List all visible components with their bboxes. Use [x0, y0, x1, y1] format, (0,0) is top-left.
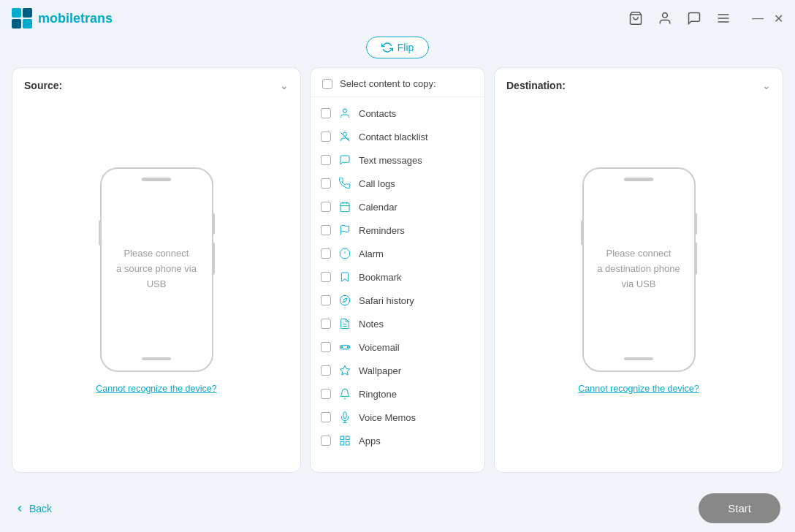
call-logs-label: Call logs — [359, 178, 474, 189]
dest-phone-side-btn2 — [694, 242, 697, 275]
destination-panel-header: Destination: ⌄ — [506, 80, 771, 91]
list-item-reminders[interactable]: Reminders — [311, 218, 484, 242]
source-phone-text: Please connect a source phone via USB — [107, 238, 205, 300]
ringtone-icon — [338, 387, 351, 400]
destination-phone-container: Please connect a destination phone via U… — [506, 100, 771, 460]
svg-rect-33 — [341, 436, 344, 440]
titlebar-controls: — ✕ — [628, 11, 783, 26]
svg-point-28 — [347, 346, 349, 349]
checkbox-bookmark[interactable] — [321, 272, 331, 282]
notes-icon — [338, 317, 351, 330]
checkbox-alarm[interactable] — [321, 248, 331, 259]
list-item-ringtone[interactable]: Ringtone — [311, 382, 484, 406]
voice-memos-label: Voice Memos — [359, 412, 474, 423]
source-phone-frame: Please connect a source phone via USB — [100, 167, 213, 372]
back-button[interactable]: Back — [15, 503, 52, 514]
app-name-part1: mobile — [38, 11, 80, 26]
bottom-bar: Back Start — [0, 484, 795, 532]
destination-panel: Destination: ⌄ Please connect a destinat… — [494, 67, 783, 473]
list-item-calendar[interactable]: Calendar — [311, 195, 484, 218]
calendar-icon — [338, 200, 351, 213]
list-item-text-messages[interactable]: Text messages — [311, 148, 484, 172]
source-phone-container: Please connect a source phone via USB Ca… — [24, 100, 289, 460]
app-name: mobiletrans — [38, 11, 113, 26]
svg-line-11 — [341, 133, 349, 141]
reminders-label: Reminders — [359, 225, 474, 236]
flip-label: Flip — [398, 42, 414, 53]
app-logo-icon — [12, 8, 32, 28]
alarm-icon — [338, 247, 351, 260]
call-logs-icon — [338, 177, 351, 190]
close-button[interactable]: ✕ — [773, 13, 783, 23]
svg-rect-36 — [341, 441, 344, 445]
minimize-button[interactable]: — — [753, 13, 763, 23]
checkbox-contacts[interactable] — [321, 108, 331, 118]
contact-blacklist-label: Contact blacklist — [359, 132, 474, 142]
notes-label: Notes — [359, 319, 474, 330]
svg-rect-2 — [12, 19, 21, 28]
cart-icon[interactable] — [628, 11, 643, 26]
list-item-contact-blacklist[interactable]: Contact blacklist — [311, 125, 484, 148]
start-button[interactable]: Start — [699, 493, 780, 523]
list-item-notes[interactable]: Notes — [311, 312, 484, 335]
checkbox-notes[interactable] — [321, 319, 331, 329]
source-phone-bottom-bar — [142, 357, 171, 360]
safari-history-label: Safari history — [359, 295, 474, 306]
voicemail-icon — [338, 341, 351, 354]
content-panel-header: Select content to copy: — [311, 68, 484, 97]
app-name-part2: trans — [80, 11, 113, 26]
titlebar: mobiletrans — [0, 0, 795, 37]
source-cannot-recognize[interactable]: Cannot recognize the device? — [96, 384, 216, 394]
svg-marker-21 — [343, 298, 347, 303]
panels: Source: ⌄ Please connect a source phone … — [12, 67, 783, 473]
user-icon[interactable] — [658, 11, 672, 26]
checkbox-voicemail[interactable] — [321, 342, 331, 352]
text-messages-label: Text messages — [359, 155, 474, 166]
checkbox-ringtone[interactable] — [321, 389, 331, 399]
destination-title: Destination: — [506, 80, 566, 91]
flip-button[interactable]: Flip — [366, 37, 430, 58]
checkbox-apps[interactable] — [321, 436, 331, 446]
svg-rect-3 — [23, 19, 32, 28]
list-item-contacts[interactable]: Contacts — [311, 102, 484, 125]
content-panel: Select content to copy: Contacts — [310, 67, 485, 473]
destination-phone-frame: Please connect a destination phone via U… — [582, 167, 696, 372]
list-item-apps[interactable]: Apps — [311, 429, 484, 452]
safari-history-icon — [338, 294, 351, 307]
dest-phone-side-btn1 — [694, 213, 697, 235]
checkbox-reminders[interactable] — [321, 225, 331, 235]
checkbox-voice-memos[interactable] — [321, 412, 331, 422]
checkbox-call-logs[interactable] — [321, 178, 331, 189]
list-item-voicemail[interactable]: Voicemail — [311, 335, 484, 359]
source-panel: Source: ⌄ Please connect a source phone … — [12, 67, 301, 473]
list-item-wallpaper[interactable]: Wallpaper — [311, 359, 484, 382]
menu-icon[interactable] — [716, 11, 731, 26]
checkbox-calendar[interactable] — [321, 202, 331, 212]
checkbox-wallpaper[interactable] — [321, 365, 331, 376]
destination-phone-text: Please connect a destination phone via U… — [588, 238, 688, 300]
checkbox-contact-blacklist[interactable] — [321, 132, 331, 142]
source-phone-side-btn1 — [212, 213, 215, 235]
source-chevron-icon[interactable]: ⌄ — [280, 80, 289, 91]
ringtone-label: Ringtone — [359, 389, 474, 400]
list-item-voice-memos[interactable]: Voice Memos — [311, 406, 484, 429]
destination-chevron-icon[interactable]: ⌄ — [762, 80, 771, 91]
svg-point-27 — [341, 346, 343, 349]
svg-rect-12 — [341, 203, 349, 212]
svg-rect-34 — [346, 436, 349, 440]
content-panel-header-label: Select content to copy: — [340, 78, 436, 89]
checkbox-safari-history[interactable] — [321, 295, 331, 305]
master-checkbox[interactable] — [322, 79, 332, 89]
checkbox-text-messages[interactable] — [321, 155, 331, 165]
list-item-call-logs[interactable]: Call logs — [311, 172, 484, 195]
list-item-safari-history[interactable]: Safari history — [311, 289, 484, 312]
apps-icon — [338, 434, 351, 447]
voicemail-label: Voicemail — [359, 342, 474, 353]
list-item-alarm[interactable]: Alarm — [311, 242, 484, 265]
dest-phone-bottom-bar — [624, 357, 653, 360]
list-item-bookmark[interactable]: Bookmark — [311, 265, 484, 289]
chat-icon[interactable] — [687, 11, 701, 26]
svg-point-20 — [340, 295, 349, 305]
destination-cannot-recognize[interactable]: Cannot recognize the device? — [578, 384, 699, 394]
content-list: Contacts Contact blacklist Text — [311, 97, 484, 472]
